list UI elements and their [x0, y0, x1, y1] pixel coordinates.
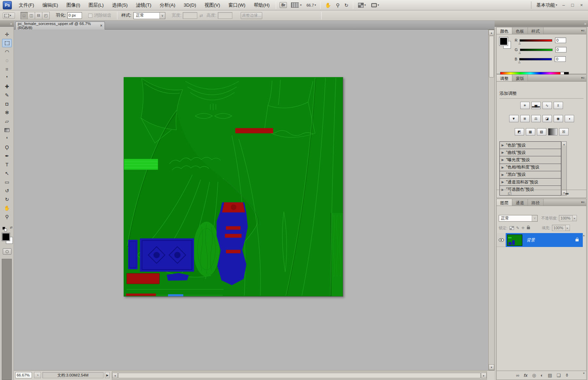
blue-slider[interactable]: △: [519, 58, 552, 60]
panel-menu-icon[interactable]: ▾≡: [579, 199, 586, 206]
layers-scrollbar[interactable]: ▴ ▾: [583, 233, 586, 375]
blend-mode-select[interactable]: 正常 ∨: [499, 215, 538, 222]
healing-brush-tool[interactable]: ✚: [2, 82, 12, 91]
scroll-left-icon[interactable]: ◂: [112, 373, 118, 378]
menu-item[interactable]: 图层(L): [84, 0, 108, 10]
green-slider[interactable]: △: [520, 49, 553, 51]
tab-layers[interactable]: 图层: [497, 199, 512, 206]
expand-arrow-icon[interactable]: ▶: [502, 151, 504, 154]
expand-arrow-icon[interactable]: ▶: [502, 166, 504, 169]
vertical-scroll-thumb[interactable]: [489, 36, 494, 77]
tool-preset-picker[interactable]: ▾: [3, 13, 15, 19]
slider-thumb-icon[interactable]: △: [519, 51, 521, 54]
tab-masks[interactable]: 蒙版: [512, 75, 528, 81]
layer-thumbnail[interactable]: [507, 234, 522, 246]
preset-row[interactable]: ▶ "色阶"预设: [500, 142, 561, 149]
eraser-tool[interactable]: ▱: [2, 117, 12, 125]
vibrance-icon[interactable]: ▼: [509, 115, 519, 122]
path-selection-tool[interactable]: ↖: [2, 169, 12, 177]
menu-item[interactable]: 文件(F): [15, 0, 38, 10]
hue-saturation-icon[interactable]: ≣: [520, 115, 530, 122]
link-layers-icon[interactable]: ∞: [516, 373, 519, 378]
gradient-map-icon[interactable]: [548, 128, 557, 135]
hand-icon[interactable]: ✋: [325, 2, 331, 8]
zoom-tool[interactable]: ⚲: [2, 213, 12, 221]
menu-item[interactable]: 选择(S): [108, 0, 132, 10]
menu-item[interactable]: 分析(A): [156, 0, 180, 10]
chevron-down-icon[interactable]: ▾: [378, 3, 379, 7]
blue-value-input[interactable]: 0: [555, 56, 566, 62]
lock-transparency-icon[interactable]: [510, 226, 514, 230]
menu-item[interactable]: 窗口(W): [224, 0, 250, 10]
brightness-contrast-icon[interactable]: ☀: [520, 102, 530, 109]
lock-position-icon[interactable]: ✛: [521, 226, 524, 230]
exposure-icon[interactable]: ±: [554, 102, 563, 109]
curves-icon[interactable]: ∿: [543, 102, 552, 109]
levels-icon[interactable]: ▂▅▂: [531, 102, 541, 109]
3d-orbit-tool[interactable]: ↻: [2, 195, 12, 204]
history-brush-tool[interactable]: ✻: [2, 108, 12, 117]
document-canvas[interactable]: [124, 77, 343, 297]
slider-thumb-icon[interactable]: △: [518, 60, 520, 64]
visibility-cell[interactable]: [497, 233, 506, 247]
vertical-scrollbar[interactable]: ▴ ▾: [488, 30, 495, 370]
antialias-checkbox[interactable]: [88, 14, 92, 18]
red-slider[interactable]: △: [520, 39, 552, 42]
adjustment-layer-icon[interactable]: ◐: [540, 373, 543, 378]
scroll-up-icon[interactable]: ▴: [489, 30, 494, 35]
rectangular-marquee-tool[interactable]: [2, 39, 12, 47]
lasso-tool[interactable]: ◠: [2, 48, 12, 56]
chevron-down-icon[interactable]: ▾: [315, 3, 316, 7]
foreground-color-swatch[interactable]: [499, 37, 508, 46]
invert-icon[interactable]: ◩: [515, 128, 524, 135]
expanded-view-icon[interactable]: ◱: [508, 191, 511, 196]
tab-color[interactable]: 颜色: [497, 27, 512, 34]
lock-paint-icon[interactable]: ✎: [516, 226, 519, 230]
menu-item[interactable]: 编辑(E): [38, 0, 62, 10]
eyedropper-tool[interactable]: ❜: [2, 74, 12, 82]
screen-mode-icon[interactable]: [371, 3, 377, 7]
quick-mask-button[interactable]: [3, 248, 11, 255]
pen-tool[interactable]: ✒: [2, 152, 12, 160]
move-tool[interactable]: ✛: [2, 30, 12, 39]
brush-tool[interactable]: ✎: [2, 91, 12, 99]
scroll-up-icon[interactable]: ▴: [583, 234, 585, 237]
scroll-up-icon[interactable]: ▴: [562, 142, 566, 146]
shape-tool[interactable]: ▭: [2, 178, 12, 186]
horizontal-scroll-thumb[interactable]: [118, 373, 481, 378]
chevron-down-icon[interactable]: ▾: [300, 3, 301, 7]
posterize-icon[interactable]: ▦: [526, 128, 535, 135]
preset-row[interactable]: ▶ "通道混和器"预设: [500, 179, 561, 186]
hand-tool[interactable]: ✋: [2, 204, 12, 212]
new-selection-button[interactable]: □: [20, 12, 28, 19]
status-clock-icon[interactable]: ◔: [34, 372, 41, 378]
preset-row[interactable]: ▶ "曝光度"预设: [500, 156, 561, 164]
subtract-selection-button[interactable]: ⊟: [35, 12, 42, 19]
preset-row[interactable]: ▶ "曲线"预设: [500, 149, 561, 156]
selective-color-icon[interactable]: ☒: [559, 128, 569, 135]
menu-item[interactable]: 滤镜(T): [132, 0, 156, 10]
layer-row[interactable]: 背景: [497, 233, 586, 247]
rotate-view-icon[interactable]: ↻: [345, 2, 349, 8]
foreground-color-swatch[interactable]: [2, 233, 10, 241]
arrange-documents-icon[interactable]: [358, 3, 364, 8]
menu-item[interactable]: 帮助(H): [249, 0, 274, 10]
expand-arrow-icon[interactable]: ▶: [502, 143, 504, 147]
bridge-button[interactable]: Br: [280, 2, 287, 8]
zoom-level-readout[interactable]: 66.7: [306, 3, 314, 7]
scroll-down-icon[interactable]: ▾: [489, 364, 494, 370]
zoom-percent-field[interactable]: 66.67%: [15, 372, 32, 378]
zoom-icon[interactable]: ⚲: [336, 2, 339, 8]
blur-tool[interactable]: ❛: [2, 134, 12, 143]
style-select[interactable]: 正常 ∨: [133, 12, 165, 19]
intersect-selection-button[interactable]: ◰: [42, 12, 50, 19]
threshold-icon[interactable]: ▧: [537, 128, 546, 135]
close-button[interactable]: ×: [580, 2, 583, 8]
green-value-input[interactable]: 0: [555, 47, 566, 52]
tab-swatches[interactable]: 色板: [512, 27, 528, 34]
crop-tool[interactable]: ⌗: [2, 65, 12, 73]
tab-styles[interactable]: 样式: [528, 27, 544, 34]
photo-filter-icon[interactable]: ◉: [554, 115, 563, 122]
view-extras-icon[interactable]: [291, 2, 299, 8]
toolbar-collapse-bar[interactable]: »: [0, 21, 14, 27]
